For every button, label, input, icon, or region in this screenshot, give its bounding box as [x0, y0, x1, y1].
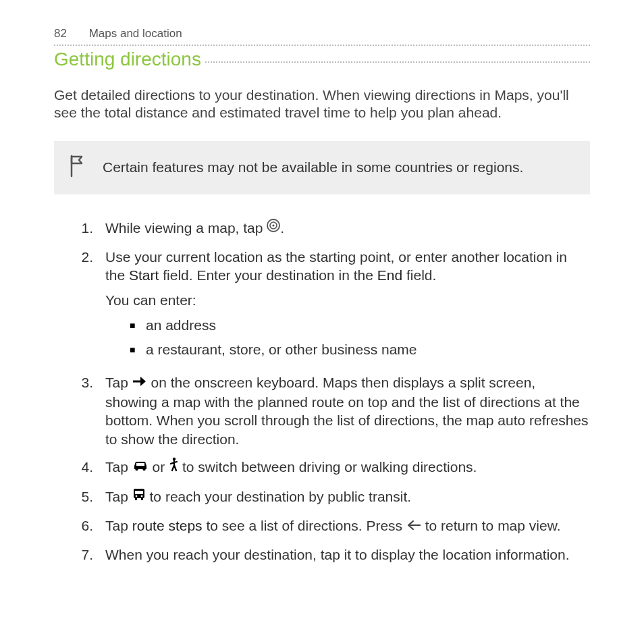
flag-icon — [69, 155, 86, 181]
step-text: or — [149, 459, 169, 475]
bus-icon — [132, 487, 146, 505]
step-subtext: You can enter: — [105, 291, 590, 309]
chapter-title: Maps and location — [89, 27, 182, 40]
bullet-item: ■ an address — [130, 316, 590, 334]
page-header: 82 Maps and location — [54, 27, 590, 41]
step-body: Tap route steps to see a list of directi… — [105, 516, 590, 536]
section-title-dots — [205, 61, 590, 63]
step-text: to reach your destination by public tran… — [146, 489, 411, 504]
field-label-end: End — [377, 267, 402, 283]
step-number: 1. — [54, 219, 105, 238]
step-2: 2. Use your current location as the star… — [54, 248, 590, 364]
svg-rect-13 — [141, 498, 143, 500]
step-text: Tap — [105, 489, 132, 504]
svg-point-2 — [273, 225, 275, 227]
back-arrow-icon — [406, 516, 421, 535]
intro-paragraph: Get detailed directions to your destinat… — [54, 86, 590, 122]
svg-rect-4 — [136, 463, 144, 466]
step-number: 2. — [54, 248, 105, 364]
step-text: Tap — [105, 459, 132, 475]
bullet-mark: ■ — [130, 319, 146, 331]
bullet-text: a restaurant, store, or other business n… — [146, 340, 417, 358]
step-text: to switch between driving or walking dir… — [178, 459, 477, 475]
step-text: Tap — [105, 518, 132, 533]
car-icon — [132, 458, 149, 476]
step-text: field. Enter your destination in the — [159, 267, 377, 283]
step-text: field. — [402, 267, 436, 283]
walk-icon — [169, 457, 178, 476]
step-number: 4. — [54, 458, 105, 478]
bullet-item: ■ a restaurant, store, or other business… — [130, 340, 590, 358]
svg-point-11 — [140, 495, 142, 498]
section-title: Getting directions — [54, 49, 205, 70]
step-1: 1. While viewing a map, tap . — [54, 219, 590, 238]
field-label-start: Start — [129, 267, 159, 283]
step-text: Tap — [105, 375, 132, 390]
svg-rect-12 — [135, 498, 137, 500]
step-3: 3. Tap on the onscreen keyboard. Maps th… — [54, 373, 590, 448]
route-steps-label: route steps — [132, 518, 203, 533]
svg-point-10 — [135, 495, 137, 498]
document-page: 82 Maps and location Getting directions … — [0, 0, 644, 600]
steps-list: 1. While viewing a map, tap . 2. Use you… — [54, 219, 590, 564]
note-text: Certain features may not be available in… — [103, 159, 523, 176]
step-number: 3. — [54, 373, 105, 448]
step-body: Tap or to switch between driving or walk… — [105, 458, 590, 478]
svg-point-5 — [135, 468, 138, 471]
step-body: Tap on the onscreen keyboard. Maps then … — [105, 373, 590, 448]
arrow-right-icon — [132, 373, 147, 392]
svg-point-6 — [142, 468, 145, 471]
step-body: When you reach your destination, tap it … — [105, 545, 590, 564]
svg-rect-9 — [135, 491, 143, 494]
step-text: to see a list of directions. Press — [203, 518, 406, 533]
step-text: While viewing a map, tap — [105, 220, 267, 236]
step-body: Use your current location as the startin… — [105, 248, 590, 364]
divider — [54, 45, 590, 46]
step-6: 6. Tap route steps to see a list of dire… — [54, 516, 590, 536]
step-number: 6. — [54, 516, 105, 536]
target-icon — [267, 218, 280, 236]
section-title-row: Getting directions — [54, 49, 590, 70]
bullet-mark: ■ — [130, 344, 146, 356]
step-number: 7. — [54, 545, 105, 564]
note-box: Certain features may not be available in… — [54, 141, 590, 194]
step-body: While viewing a map, tap . — [105, 219, 590, 238]
step-text: . — [280, 220, 284, 236]
bullet-list: ■ an address ■ a restaurant, store, or o… — [130, 316, 590, 358]
step-5: 5. Tap to reach your destination by publ… — [54, 487, 590, 507]
bullet-text: an address — [146, 316, 216, 334]
step-number: 5. — [54, 487, 105, 507]
step-7: 7. When you reach your destination, tap … — [54, 545, 590, 564]
step-4: 4. Tap or to switch between driving or w… — [54, 458, 590, 478]
page-number: 82 — [54, 27, 67, 41]
step-body: Tap to reach your destination by public … — [105, 487, 590, 507]
step-text: on the onscreen keyboard. Maps then disp… — [105, 375, 589, 447]
step-text: to return to map view. — [421, 518, 561, 533]
